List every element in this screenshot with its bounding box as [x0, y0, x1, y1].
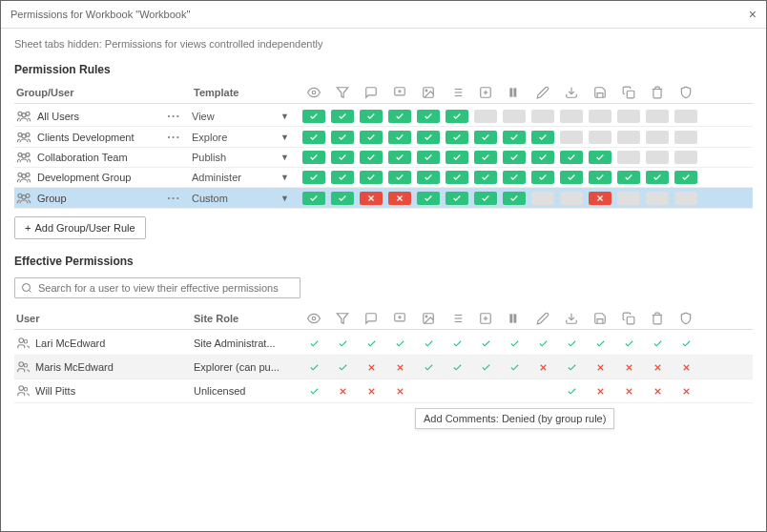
capability-cell[interactable]: [503, 131, 526, 144]
capability-cell[interactable]: [617, 131, 640, 144]
capability-cell[interactable]: [674, 360, 697, 374]
capability-cell[interactable]: [589, 360, 612, 374]
capability-cell[interactable]: [560, 337, 583, 350]
capability-cell[interactable]: [331, 360, 354, 374]
permission-rule-row[interactable]: All Users···View▼: [14, 106, 753, 127]
capability-cell[interactable]: [646, 131, 669, 144]
capability-cell[interactable]: [331, 337, 354, 350]
capability-cell[interactable]: [474, 337, 497, 350]
capability-cell[interactable]: [331, 131, 354, 144]
capability-cell[interactable]: [531, 192, 554, 205]
capability-cell[interactable]: [302, 384, 325, 398]
capability-cell[interactable]: [388, 337, 411, 350]
capability-cell[interactable]: [646, 110, 669, 123]
permission-rule-row[interactable]: Collaboration TeamPublish▼: [14, 148, 753, 168]
capability-cell[interactable]: [503, 360, 526, 374]
capability-cell[interactable]: [589, 110, 612, 123]
capability-cell[interactable]: [474, 110, 497, 123]
close-icon[interactable]: ×: [749, 7, 757, 22]
capability-cell[interactable]: [674, 131, 697, 144]
capability-cell[interactable]: [560, 384, 583, 398]
capability-cell[interactable]: [360, 110, 383, 123]
search-input[interactable]: [38, 282, 294, 294]
capability-cell[interactable]: [589, 384, 612, 398]
capability-cell[interactable]: [417, 337, 440, 350]
capability-cell[interactable]: [589, 151, 612, 164]
capability-cell[interactable]: [360, 337, 383, 350]
capability-cell[interactable]: [360, 171, 383, 184]
capability-cell[interactable]: [617, 110, 640, 123]
capability-cell[interactable]: [503, 151, 526, 164]
capability-cell[interactable]: [503, 110, 526, 123]
capability-cell[interactable]: [560, 360, 583, 374]
capability-cell[interactable]: [417, 131, 440, 144]
capability-cell[interactable]: [617, 171, 640, 184]
template-dropdown[interactable]: Administer▼: [192, 172, 297, 183]
template-dropdown[interactable]: Explore▼: [192, 132, 297, 143]
effective-permission-row[interactable]: Lari McEdwardSite Administrat...: [14, 332, 753, 356]
capability-cell[interactable]: [617, 337, 640, 350]
capability-cell[interactable]: [646, 337, 669, 350]
capability-cell[interactable]: [302, 337, 325, 350]
capability-cell[interactable]: [474, 131, 497, 144]
capability-cell[interactable]: [331, 151, 354, 164]
capability-cell[interactable]: [388, 151, 411, 164]
capability-cell[interactable]: [474, 360, 497, 374]
capability-cell[interactable]: [646, 151, 669, 164]
capability-cell[interactable]: [589, 171, 612, 184]
capability-cell[interactable]: [674, 337, 697, 350]
capability-cell[interactable]: [388, 110, 411, 123]
capability-cell[interactable]: [474, 171, 497, 184]
capability-cell[interactable]: [560, 131, 583, 144]
capability-cell[interactable]: [589, 192, 612, 205]
capability-cell[interactable]: [531, 360, 554, 374]
capability-cell[interactable]: [589, 337, 612, 350]
capability-cell[interactable]: [589, 131, 612, 144]
search-input-container[interactable]: [14, 277, 301, 298]
capability-cell[interactable]: [417, 171, 440, 184]
capability-cell[interactable]: [531, 151, 554, 164]
capability-cell[interactable]: [646, 192, 669, 205]
capability-cell[interactable]: [417, 151, 440, 164]
capability-cell[interactable]: [646, 360, 669, 374]
capability-cell[interactable]: [302, 110, 325, 123]
capability-cell[interactable]: [302, 151, 325, 164]
capability-cell[interactable]: [560, 110, 583, 123]
capability-cell[interactable]: [417, 110, 440, 123]
capability-cell[interactable]: [531, 131, 554, 144]
capability-cell[interactable]: [446, 110, 468, 123]
template-dropdown[interactable]: Custom▼: [192, 193, 297, 204]
capability-cell[interactable]: [302, 171, 325, 184]
capability-cell[interactable]: [388, 131, 411, 144]
capability-cell[interactable]: [674, 384, 697, 398]
capability-cell[interactable]: [360, 360, 383, 374]
capability-cell[interactable]: [388, 384, 411, 398]
capability-cell[interactable]: [360, 192, 383, 205]
capability-cell[interactable]: [331, 171, 354, 184]
capability-cell[interactable]: [388, 360, 411, 374]
capability-cell[interactable]: [388, 192, 411, 205]
capability-cell[interactable]: [302, 360, 325, 374]
more-icon[interactable]: ···: [161, 109, 186, 123]
capability-cell[interactable]: [646, 384, 669, 398]
capability-cell[interactable]: [331, 192, 354, 205]
capability-cell[interactable]: [331, 110, 354, 123]
capability-cell[interactable]: [674, 192, 697, 205]
capability-cell[interactable]: [674, 110, 697, 123]
capability-cell[interactable]: [388, 171, 411, 184]
more-icon[interactable]: ···: [161, 130, 186, 144]
template-dropdown[interactable]: Publish▼: [192, 152, 297, 163]
more-icon[interactable]: ···: [161, 191, 186, 205]
capability-cell[interactable]: [503, 192, 526, 205]
capability-cell[interactable]: [446, 192, 468, 205]
capability-cell[interactable]: [503, 337, 526, 350]
capability-cell[interactable]: [446, 151, 468, 164]
capability-cell[interactable]: [360, 131, 383, 144]
capability-cell[interactable]: [560, 192, 583, 205]
permission-rule-row[interactable]: Group···Custom▼: [14, 188, 753, 209]
permission-rule-row[interactable]: Clients Development···Explore▼: [14, 127, 753, 148]
capability-cell[interactable]: [360, 384, 383, 398]
capability-cell[interactable]: [617, 384, 640, 398]
capability-cell[interactable]: [446, 131, 468, 144]
capability-cell[interactable]: [331, 384, 354, 398]
